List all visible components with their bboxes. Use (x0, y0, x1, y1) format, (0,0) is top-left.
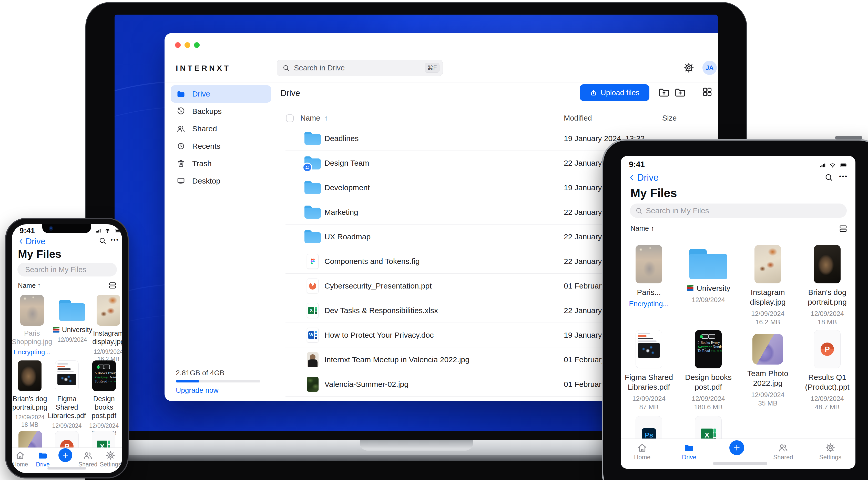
sidebar-item-label: Trash (192, 159, 212, 168)
file-name: Development (324, 183, 370, 192)
sort-asc-icon[interactable]: ↑ (651, 225, 654, 233)
home-indicator[interactable] (713, 462, 767, 465)
home-indicator[interactable] (48, 467, 86, 470)
column-size[interactable]: Size (662, 114, 677, 123)
settings-gear-button[interactable] (682, 61, 695, 74)
tab-shared[interactable]: Shared (77, 448, 99, 468)
tab-drive[interactable]: Drive (32, 448, 54, 468)
grid-item-dog[interactable]: Brian's dog portrait.png 12/09/2024 18 M… (798, 245, 856, 327)
search-icon[interactable] (98, 237, 106, 245)
plus-fab[interactable] (58, 448, 72, 462)
home-icon (15, 450, 25, 460)
tab-settings[interactable]: Settings (815, 439, 846, 461)
search-shortcut-badge: ⌘F (425, 63, 439, 73)
sidebar-item-recents[interactable]: Recents (171, 137, 271, 155)
table-header: Name ↑ Modified Size (285, 112, 718, 126)
file-grid-row: Paris Shopping.jpg Encrypting... Univers… (12, 295, 122, 363)
tab-drive[interactable]: Drive (674, 439, 705, 461)
column-modified[interactable]: Modified (564, 114, 592, 123)
phone-screen: 9:41 Drive ••• My Files Name (12, 224, 122, 473)
search-bar[interactable] (630, 204, 847, 218)
folder-icon (689, 249, 727, 279)
grid-item-dog[interactable]: Brian's dog portrait.png 12/09/2024 18 M… (12, 361, 48, 437)
sort-asc-icon[interactable]: ↑ (324, 114, 328, 122)
more-menu-button[interactable]: ••• (111, 237, 119, 243)
status-icons (818, 162, 849, 169)
sidebar-item-desktop[interactable]: Desktop (171, 172, 271, 190)
gear-icon (825, 442, 836, 453)
trash-icon (176, 159, 186, 168)
column-name[interactable]: Name (300, 114, 320, 123)
back-button[interactable]: Drive (628, 172, 659, 183)
search-bar[interactable] (18, 263, 117, 276)
search-icon[interactable] (824, 173, 833, 182)
search-input[interactable] (25, 266, 122, 274)
file-date: 12/09/2024 (738, 309, 798, 318)
books-icon (52, 327, 60, 333)
add-file-button[interactable] (721, 439, 752, 455)
status-time: 9:41 (20, 226, 35, 235)
photo-thumbnail (752, 334, 783, 365)
search-input[interactable] (646, 206, 842, 215)
upload-files-button[interactable]: Upload files (580, 84, 649, 101)
back-button[interactable]: Drive (18, 237, 45, 246)
photo-thumbnail (20, 295, 44, 325)
drive-search-bar[interactable]: ⌘F (277, 60, 443, 76)
grid-item-team-photo[interactable]: Team Photo 2022.jpg 12/09/2024 35 MB (738, 330, 798, 411)
sidebar-item-drive[interactable]: Drive (171, 85, 271, 103)
file-name: Brian's dog (12, 395, 48, 403)
photo-thumbnail (97, 295, 120, 325)
pdf-thumbnail: 5 Books Every Designer Needs To ReadVOL.… (92, 361, 116, 391)
tab-settings[interactable]: Settings (99, 448, 122, 468)
more-menu-button[interactable]: ••• (839, 173, 848, 180)
drive-search-input[interactable] (294, 64, 425, 72)
grid-item-figma-pdf[interactable]: Figma Shared Libraries.pdf 12/09/2024 87… (48, 361, 86, 437)
file-name: Design books (86, 395, 122, 412)
sort-by-name[interactable]: Name (18, 282, 36, 289)
select-all-checkbox[interactable] (286, 114, 294, 122)
grid-item-figma-pdf[interactable]: Figma Shared Libraries.pdf 12/09/2024 87… (621, 330, 679, 411)
window-zoom-button[interactable] (194, 42, 199, 48)
chevron-left-icon (18, 238, 25, 245)
powerpoint-thumbnail: P (814, 330, 841, 368)
upload-folder-button[interactable] (658, 86, 670, 99)
create-folder-button[interactable] (674, 86, 686, 99)
window-close-button[interactable] (175, 42, 181, 48)
sort-asc-icon[interactable]: ↑ (37, 282, 41, 289)
shared-folder-icon (305, 157, 321, 170)
grid-item-paris[interactable]: Paris... Encrypting... (621, 245, 679, 327)
plus-fab[interactable] (730, 440, 744, 455)
grid-item-university[interactable]: University 12/09/2024 (679, 245, 738, 327)
tab-home[interactable]: Home (627, 439, 658, 461)
battery-icon (839, 162, 849, 169)
tab-home[interactable]: Home (12, 448, 31, 468)
folder-icon (305, 230, 321, 243)
file-name: Instagram (92, 329, 122, 338)
grid-item-paris[interactable]: Paris Shopping.jpg Encrypting... (12, 295, 52, 363)
window-minimize-button[interactable] (185, 42, 190, 48)
add-file-button[interactable] (54, 448, 76, 462)
user-avatar[interactable]: JA (703, 61, 717, 75)
tab-shared[interactable]: Shared (768, 439, 799, 461)
grid-item-university[interactable]: University 12/09/2024 (52, 295, 93, 363)
sort-by-name[interactable]: Name (630, 225, 649, 233)
list-view-icon[interactable] (108, 281, 117, 290)
grid-item-design-books[interactable]: 5 Books Every Designer Needs To ReadVOL.… (679, 330, 738, 411)
file-date: 12/09/2024 (12, 414, 48, 421)
grid-view-button[interactable] (702, 86, 714, 99)
sidebar-item-shared[interactable]: Shared (171, 120, 271, 137)
back-label: Drive (637, 172, 659, 183)
file-name: Team Photo (738, 369, 798, 378)
upgrade-now-link[interactable]: Upgrade now (176, 386, 219, 395)
grid-item-results-ppt[interactable]: P Results Q1 (Product).ppt 12/09/2024 48… (798, 330, 856, 411)
folder-name: University (62, 325, 93, 334)
grid-item-design-books[interactable]: 5 Books Every Designer Needs To ReadVOL.… (86, 361, 122, 437)
folder-upload-icon (658, 86, 670, 99)
grid-item-instagram[interactable]: Instagram display.jpg 12/09/2024 16.2 MB (738, 245, 798, 327)
list-view-icon[interactable] (839, 224, 848, 233)
file-name: Paris... (621, 287, 679, 297)
sidebar-item-backups[interactable]: Backups (171, 103, 271, 120)
grid-item-instagram[interactable]: Instagram display.jpg 12/09/2024 16.2 MB (92, 295, 122, 363)
folder-name: University (696, 283, 731, 293)
sidebar-item-trash[interactable]: Trash (171, 155, 271, 172)
